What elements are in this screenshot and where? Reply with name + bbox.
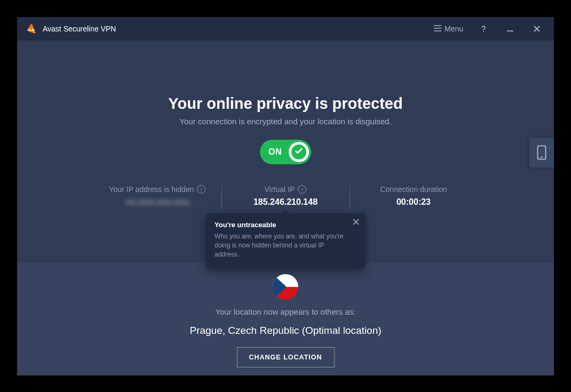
help-icon bbox=[479, 25, 488, 33]
vpn-toggle-label: ON bbox=[268, 147, 282, 157]
close-icon bbox=[353, 218, 359, 227]
info-icon[interactable]: i bbox=[298, 185, 306, 194]
minimize-button[interactable] bbox=[499, 21, 521, 37]
svg-point-0 bbox=[32, 29, 34, 31]
stat-virtual-ip: Virtual IP i 185.246.210.148 You're untr… bbox=[221, 185, 350, 207]
vpn-toggle-knob bbox=[289, 142, 309, 162]
close-button[interactable] bbox=[526, 21, 548, 37]
info-icon[interactable]: i bbox=[197, 185, 205, 194]
status-panel: Your online privacy is protected Your co… bbox=[17, 41, 554, 262]
status-subline: Your connection is encrypted and your lo… bbox=[179, 117, 391, 126]
help-button[interactable] bbox=[473, 21, 494, 37]
avast-logo-icon bbox=[26, 23, 37, 35]
hamburger-icon bbox=[434, 25, 441, 33]
stat-duration: Connection duration 00:00:23 bbox=[350, 185, 478, 207]
change-location-button[interactable]: CHANGE LOCATION bbox=[237, 347, 335, 367]
stat-virtual-ip-value: 185.246.210.148 bbox=[231, 197, 340, 207]
location-label: Your location now appears to others as: bbox=[216, 307, 356, 316]
location-panel: Your location now appears to others as: … bbox=[17, 262, 554, 375]
menu-label: Menu bbox=[445, 25, 463, 33]
app-title: Avast Secureline VPN bbox=[43, 25, 116, 33]
location-value: Prague, Czech Republic (Optimal location… bbox=[189, 325, 381, 337]
minimize-icon bbox=[506, 25, 514, 33]
stat-duration-value: 00:00:23 bbox=[359, 197, 468, 207]
close-icon bbox=[533, 25, 541, 33]
tooltip-title: You're untraceable bbox=[215, 221, 346, 229]
devices-side-tab[interactable] bbox=[529, 138, 554, 167]
czech-flag-icon bbox=[273, 274, 298, 300]
virtual-ip-tooltip: You're untraceable Who you are, where yo… bbox=[206, 213, 365, 268]
status-headline: Your online privacy is protected bbox=[168, 95, 402, 113]
vpn-toggle[interactable]: ON bbox=[260, 140, 311, 164]
svg-rect-6 bbox=[541, 157, 543, 158]
smartphone-icon bbox=[536, 145, 547, 160]
stat-ip-hidden: Your IP address is hidden i ●●.●●●.●●●.●… bbox=[93, 185, 221, 207]
tooltip-body: Who you are, where you are, and what you… bbox=[215, 232, 346, 260]
checkmark-icon bbox=[294, 146, 304, 158]
stat-ip-hidden-value: ●●.●●●.●●●.●●● bbox=[103, 197, 212, 207]
stat-ip-hidden-label: Your IP address is hidden bbox=[109, 185, 194, 194]
tooltip-close-button[interactable] bbox=[351, 218, 361, 227]
svg-point-2 bbox=[483, 31, 484, 32]
stats-row: Your IP address is hidden i ●●.●●●.●●●.●… bbox=[17, 185, 554, 207]
stat-duration-label: Connection duration bbox=[380, 185, 447, 194]
titlebar: Avast Secureline VPN Menu bbox=[17, 17, 554, 41]
stat-virtual-ip-label: Virtual IP bbox=[265, 185, 295, 194]
menu-button[interactable]: Menu bbox=[430, 22, 467, 35]
app-window: Avast Secureline VPN Menu Your online pr… bbox=[17, 17, 554, 375]
